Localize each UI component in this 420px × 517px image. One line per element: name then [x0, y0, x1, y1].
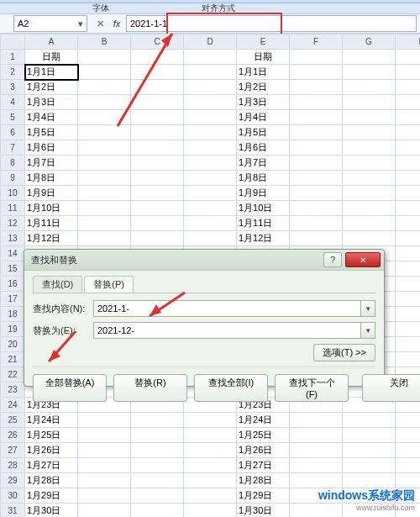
cell[interactable]: 1月2日	[237, 80, 290, 95]
row-header[interactable]: 30	[1, 488, 25, 504]
cell[interactable]	[290, 125, 343, 140]
col-header[interactable]: H	[396, 34, 421, 50]
row-header[interactable]: 28	[1, 458, 25, 473]
cell[interactable]	[343, 140, 396, 156]
row-header[interactable]: 20	[1, 337, 25, 352]
cell[interactable]: 1月9日	[25, 186, 78, 201]
cell[interactable]	[78, 488, 131, 504]
cell[interactable]	[343, 95, 396, 110]
cell[interactable]	[343, 80, 396, 95]
cell[interactable]	[78, 65, 131, 80]
cell[interactable]	[184, 171, 237, 186]
cell[interactable]	[131, 216, 184, 231]
cell[interactable]	[396, 186, 421, 201]
find-next-button[interactable]: 查找下一个(F)	[275, 374, 349, 402]
cell[interactable]	[78, 231, 131, 246]
cell[interactable]	[78, 443, 131, 458]
cell[interactable]: 1月4日	[237, 110, 290, 125]
cell[interactable]	[78, 186, 131, 201]
cell[interactable]: 1月28日	[237, 473, 290, 488]
cell[interactable]	[290, 171, 343, 186]
cell[interactable]	[396, 322, 421, 337]
row-header[interactable]: 5	[1, 110, 25, 125]
cell[interactable]	[343, 458, 396, 473]
cell[interactable]	[396, 246, 421, 261]
cell[interactable]	[290, 473, 343, 488]
cell[interactable]	[290, 458, 343, 473]
cell[interactable]	[396, 171, 421, 186]
cell[interactable]	[131, 473, 184, 488]
cell[interactable]	[343, 443, 396, 458]
name-box[interactable]: A2 ▾	[13, 15, 87, 32]
row-header[interactable]: 21	[1, 352, 25, 367]
row-header[interactable]: 25	[1, 413, 25, 428]
cell[interactable]	[78, 428, 131, 443]
cell[interactable]	[396, 50, 421, 65]
row-header[interactable]: 4	[1, 95, 25, 110]
row-header[interactable]: 9	[1, 171, 25, 186]
replace-button[interactable]: 替换(R)	[113, 374, 187, 402]
cell[interactable]	[343, 50, 396, 65]
cell[interactable]	[290, 231, 343, 246]
cell[interactable]	[78, 413, 131, 428]
cell[interactable]	[131, 171, 184, 186]
cell[interactable]	[131, 231, 184, 246]
row-header[interactable]: 13	[1, 231, 25, 246]
cell[interactable]	[184, 65, 237, 80]
cell[interactable]	[290, 413, 343, 428]
cell[interactable]	[343, 171, 396, 186]
cell[interactable]	[290, 443, 343, 458]
row-header[interactable]: 22	[1, 367, 25, 382]
row-header[interactable]: 14	[1, 246, 25, 261]
cell[interactable]	[78, 140, 131, 156]
cell[interactable]	[78, 156, 131, 171]
cell[interactable]	[131, 413, 184, 428]
cell[interactable]: 1月30日	[25, 504, 78, 518]
cell[interactable]	[290, 95, 343, 110]
fx-icon[interactable]: fx	[109, 16, 124, 31]
cell[interactable]	[343, 473, 396, 488]
cell[interactable]	[290, 80, 343, 95]
row-header[interactable]: 23	[1, 382, 25, 398]
cell[interactable]	[184, 458, 237, 473]
cell[interactable]	[78, 473, 131, 488]
cell[interactable]	[396, 473, 421, 488]
cell[interactable]	[78, 201, 131, 216]
close-button[interactable]: 关闭	[362, 374, 420, 402]
cell[interactable]	[78, 125, 131, 140]
cell[interactable]	[396, 443, 421, 458]
cell[interactable]: 1月10日	[237, 201, 290, 216]
cell[interactable]	[290, 110, 343, 125]
replace-all-button[interactable]: 全部替换(A)	[33, 374, 107, 402]
cell[interactable]	[184, 186, 237, 201]
row-header[interactable]: 24	[1, 398, 25, 413]
cell[interactable]	[184, 216, 237, 231]
cell[interactable]	[396, 216, 421, 231]
row-header[interactable]: 17	[1, 292, 25, 307]
cell[interactable]: 1月11日	[25, 216, 78, 231]
cell[interactable]	[184, 504, 237, 518]
find-dropdown-icon[interactable]: ▾	[361, 300, 375, 317]
cell[interactable]	[396, 125, 421, 140]
cell[interactable]	[184, 50, 237, 65]
cell[interactable]	[343, 186, 396, 201]
cell[interactable]	[343, 201, 396, 216]
cell[interactable]	[396, 428, 421, 443]
cancel-icon[interactable]: ✕	[92, 16, 108, 31]
cell[interactable]	[396, 292, 421, 307]
cell[interactable]	[184, 443, 237, 458]
cell[interactable]	[290, 201, 343, 216]
cell[interactable]	[184, 201, 237, 216]
cell[interactable]	[184, 156, 237, 171]
cell[interactable]	[290, 216, 343, 231]
cell[interactable]: 1月7日	[237, 156, 290, 171]
row-header[interactable]: 18	[1, 307, 25, 322]
cell[interactable]	[184, 80, 237, 95]
find-input[interactable]: 2021-1-	[93, 300, 361, 317]
cell[interactable]	[184, 413, 237, 428]
cell[interactable]	[184, 95, 237, 110]
cell[interactable]: 1月5日	[25, 125, 78, 140]
cell[interactable]: 1月29日	[237, 488, 290, 504]
row-header[interactable]: 2	[1, 65, 25, 80]
cell[interactable]	[78, 50, 131, 65]
